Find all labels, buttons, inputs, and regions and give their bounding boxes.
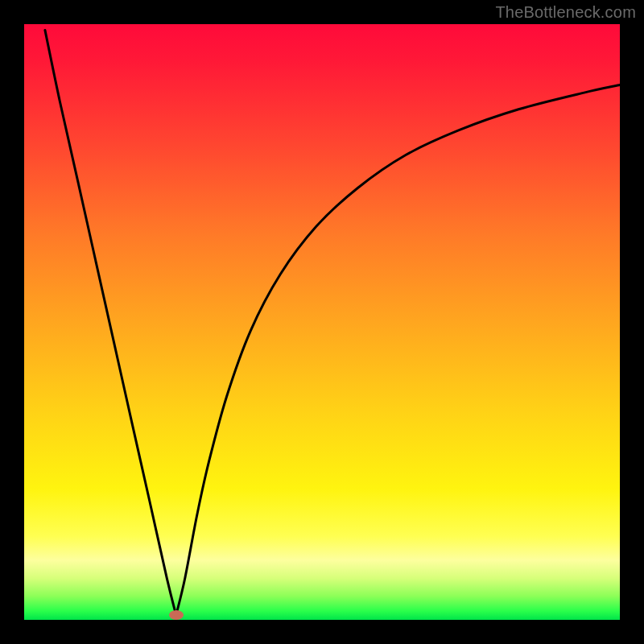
chart-frame: TheBottleneck.com [0, 0, 644, 644]
plot-area [24, 24, 620, 620]
bottleneck-curve [24, 24, 620, 620]
curve-left-branch [45, 30, 176, 615]
minimum-marker [169, 610, 184, 620]
watermark-text: TheBottleneck.com [495, 3, 636, 22]
curve-right-branch [176, 85, 620, 616]
